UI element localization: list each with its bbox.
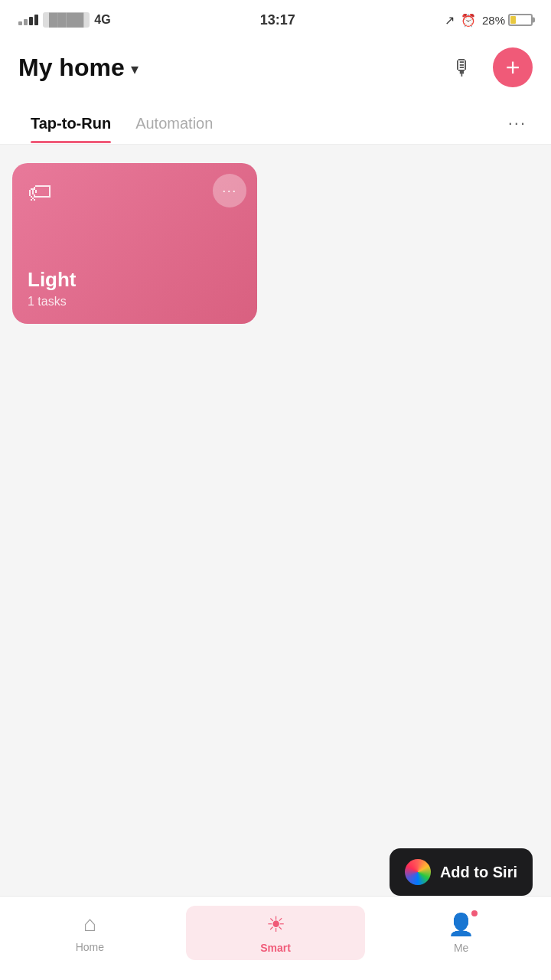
- status-left: ████ 4G: [18, 12, 111, 28]
- carrier-label: ████: [43, 12, 90, 28]
- scene-card-title: Light: [28, 268, 242, 292]
- nav-badge: [470, 909, 479, 918]
- header: My home ▾ 🎙 +: [0, 37, 551, 100]
- ellipsis-icon: ···: [222, 183, 237, 199]
- location-icon: ↗: [445, 13, 455, 28]
- tab-bar: Tap-to-Run Automation ···: [0, 100, 551, 145]
- microphone-icon: 🎙: [452, 55, 473, 80]
- siri-orb-icon: [405, 859, 431, 885]
- status-time: 13:17: [260, 12, 295, 28]
- add-button[interactable]: +: [493, 47, 533, 87]
- scene-card-subtitle: 1 tasks: [28, 295, 242, 309]
- main-content: 🏷 ··· Light 1 tasks: [0, 145, 551, 342]
- smart-nav-icon-wrap: ☀: [266, 912, 285, 937]
- battery-wrapper: 28%: [482, 14, 533, 27]
- home-title[interactable]: My home ▾: [18, 54, 139, 82]
- signal-bars: [18, 15, 38, 25]
- smart-icon: ☀: [266, 913, 285, 936]
- add-to-siri-label: Add to Siri: [440, 864, 517, 881]
- tab-more-button[interactable]: ···: [502, 100, 533, 144]
- header-actions: 🎙 +: [444, 47, 533, 87]
- tab-automation[interactable]: Automation: [123, 101, 225, 143]
- nav-item-home[interactable]: ⌂ Home: [0, 906, 180, 959]
- battery-percent: 28%: [482, 14, 505, 27]
- bottom-nav: ⌂ Home ☀ Smart 👤 Me: [0, 896, 551, 980]
- home-nav-label: Home: [76, 941, 104, 953]
- home-nav-icon-wrap: ⌂: [83, 912, 96, 936]
- mic-button[interactable]: 🎙: [444, 49, 481, 86]
- add-to-siri-button[interactable]: Add to Siri: [390, 848, 533, 896]
- network-label: 4G: [94, 13, 110, 27]
- smart-nav-label: Smart: [260, 942, 291, 954]
- status-right: ↗ ⏰ 28%: [445, 13, 533, 28]
- alarm-icon: ⏰: [461, 13, 476, 28]
- chevron-down-icon: ▾: [131, 60, 139, 78]
- scene-card-menu-button[interactable]: ···: [213, 174, 246, 207]
- nav-item-me[interactable]: 👤 Me: [371, 906, 551, 960]
- battery-icon: [508, 14, 533, 26]
- status-bar: ████ 4G 13:17 ↗ ⏰ 28%: [0, 0, 551, 37]
- page-title: My home: [18, 54, 125, 82]
- nav-item-smart[interactable]: ☀ Smart: [186, 906, 366, 960]
- scene-card-light[interactable]: 🏷 ··· Light 1 tasks: [12, 163, 257, 324]
- home-icon: ⌂: [83, 912, 96, 936]
- battery-fill: [510, 16, 516, 24]
- tag-icon: 🏷: [28, 178, 52, 207]
- me-nav-icon-wrap: 👤: [448, 912, 474, 937]
- plus-icon: +: [506, 55, 520, 80]
- me-nav-label: Me: [454, 942, 468, 954]
- tab-tap-to-run[interactable]: Tap-to-Run: [18, 101, 123, 143]
